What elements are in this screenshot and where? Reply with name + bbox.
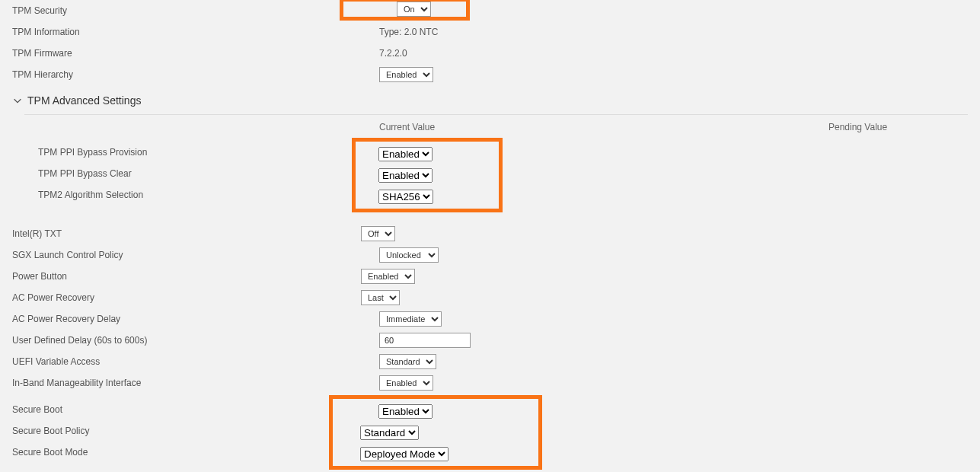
secure-boot-label: Secure Boot xyxy=(0,399,350,420)
tpm-advanced-highlight: Enabled Enabled SHA256 xyxy=(352,138,503,212)
ac-recovery-select[interactable]: Last xyxy=(361,290,400,305)
tpm2-algorithm-select[interactable]: SHA256 xyxy=(378,190,433,204)
uefi-var-select[interactable]: Standard xyxy=(379,354,436,369)
secure-boot-highlight: Enabled Standard Deployed Mode xyxy=(329,395,542,470)
tpm-information-value: Type: 2.0 NTC xyxy=(361,27,438,37)
uefi-var-label: UEFI Variable Access xyxy=(0,356,361,367)
user-delay-label: User Defined Delay (60s to 600s) xyxy=(0,335,361,346)
tpm-hierarchy-label: TPM Hierarchy xyxy=(0,69,361,80)
tpm-information-label: TPM Information xyxy=(0,27,361,37)
inband-mgmt-label: In-Band Manageability Interface xyxy=(0,378,361,388)
secure-boot-policy-label: Secure Boot Policy xyxy=(0,420,350,442)
column-header-current: Current Value xyxy=(379,122,684,132)
ac-recovery-label: AC Power Recovery xyxy=(0,292,361,303)
secure-boot-mode-select[interactable]: Deployed Mode xyxy=(360,447,449,461)
tpm-advanced-section-toggle[interactable]: TPM Advanced Settings xyxy=(0,88,980,113)
tpm-hierarchy-select[interactable]: Enabled xyxy=(379,67,433,82)
power-button-select[interactable]: Enabled xyxy=(361,269,415,284)
tpm-firmware-value: 7.2.2.0 xyxy=(361,48,407,59)
power-button-label: Power Button xyxy=(0,271,361,282)
column-header-pending: Pending Value xyxy=(684,122,980,132)
tpm2-algorithm-label: TPM2 Algorithm Selection xyxy=(0,184,350,206)
secure-boot-mode-label: Secure Boot Mode xyxy=(0,442,350,463)
sgx-policy-select[interactable]: Unlocked xyxy=(379,247,439,263)
secure-boot-select[interactable]: Enabled xyxy=(378,404,433,419)
section-divider xyxy=(24,114,968,115)
tpm-security-highlight: On xyxy=(340,0,470,21)
tpm-security-label: TPM Security xyxy=(0,5,361,16)
tpm-advanced-section-title: TPM Advanced Settings xyxy=(27,94,141,107)
intel-txt-select[interactable]: Off xyxy=(361,226,395,241)
user-delay-input[interactable] xyxy=(379,333,471,348)
tpm-firmware-label: TPM Firmware xyxy=(0,48,361,59)
tpm-security-select[interactable]: On xyxy=(397,2,431,17)
sgx-policy-label: SGX Launch Control Policy xyxy=(0,250,361,260)
ppi-bypass-provision-label: TPM PPI Bypass Provision xyxy=(0,142,350,163)
ppi-bypass-provision-select[interactable]: Enabled xyxy=(378,147,433,161)
ac-recovery-delay-select[interactable]: Immediate xyxy=(379,311,442,327)
ppi-bypass-clear-select[interactable]: Enabled xyxy=(378,168,433,183)
ppi-bypass-clear-label: TPM PPI Bypass Clear xyxy=(0,163,350,184)
intel-txt-label: Intel(R) TXT xyxy=(0,228,361,239)
secure-boot-policy-select[interactable]: Standard xyxy=(360,426,419,440)
ac-recovery-delay-label: AC Power Recovery Delay xyxy=(0,314,361,324)
inband-mgmt-select[interactable]: Enabled xyxy=(379,375,433,391)
chevron-down-icon xyxy=(12,95,23,106)
